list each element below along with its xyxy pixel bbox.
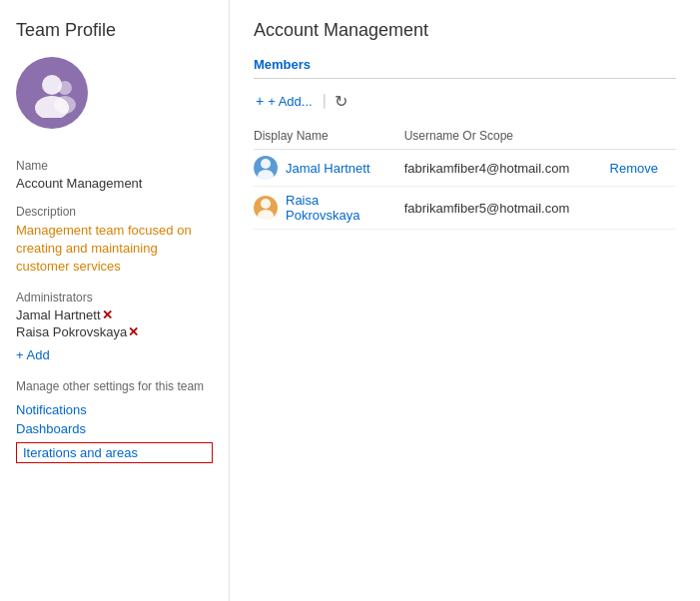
sidebar: Team Profile Name Account Management Des… [0, 0, 230, 601]
admin-item-0: Jamal Hartnett ✕ [16, 307, 213, 322]
sidebar-title: Team Profile [16, 20, 213, 41]
avatar-container [16, 57, 213, 129]
description-label: Description [16, 205, 213, 219]
member-avatar-icon-1 [254, 196, 278, 220]
svg-point-4 [261, 159, 271, 169]
description-value: Management team focused on creating and … [16, 222, 213, 277]
member-action-cell-1 [610, 187, 676, 230]
svg-point-2 [58, 81, 72, 95]
table-row: Jamal Hartnett fabrikamfiber4@hotmail.co… [254, 150, 676, 187]
member-display-cell-1: Raisa Pokrovskaya [254, 187, 404, 230]
members-table: Display Name Username Or Scope Jamal [254, 125, 676, 230]
iterations-areas-link[interactable]: Iterations and areas [16, 442, 213, 463]
member-name-cell-1: Raisa Pokrovskaya [254, 193, 396, 223]
svg-point-6 [261, 199, 271, 209]
remove-admin-0-button[interactable]: ✕ [102, 307, 113, 322]
col-username-header: Username Or Scope [404, 125, 610, 150]
member-avatar-0 [254, 156, 278, 180]
toolbar-divider: | [323, 92, 327, 110]
add-admin-link[interactable]: + Add [16, 347, 213, 362]
notifications-link[interactable]: Notifications [16, 402, 213, 417]
admin-name-1: Raisa Pokrovskaya [16, 324, 127, 339]
member-name-cell-0: Jamal Hartnett [254, 156, 396, 180]
dashboards-link[interactable]: Dashboards [16, 421, 213, 436]
remove-member-0-button[interactable]: Remove [610, 161, 658, 176]
member-name-1[interactable]: Raisa Pokrovskaya [286, 193, 396, 223]
team-avatar-icon [27, 68, 77, 118]
member-name-0[interactable]: Jamal Hartnett [286, 161, 370, 176]
admin-item-1: Raisa Pokrovskaya ✕ [16, 324, 213, 339]
member-avatar-1 [254, 196, 278, 220]
add-button-label: + Add... [268, 94, 312, 109]
members-toolbar: + + Add... | ↻ [254, 89, 676, 113]
team-avatar [16, 57, 88, 129]
refresh-icon: ↻ [335, 92, 348, 111]
member-display-cell-0: Jamal Hartnett [254, 150, 404, 187]
col-display-name-header: Display Name [254, 125, 404, 150]
main-content: Account Management Members + + Add... | … [230, 0, 700, 601]
member-avatar-icon-0 [254, 156, 278, 180]
member-username-cell-1: fabrikamfiber5@hotmail.com [404, 187, 610, 230]
members-section-header: Members [254, 57, 676, 72]
admin-name-0: Jamal Hartnett [16, 307, 101, 322]
svg-point-3 [54, 96, 76, 114]
table-row: Raisa Pokrovskaya fabrikamfiber5@hotmail… [254, 187, 676, 230]
svg-point-7 [258, 210, 274, 220]
add-member-button[interactable]: + + Add... [254, 89, 315, 113]
member-action-cell-0: Remove [610, 150, 676, 187]
name-value: Account Management [16, 176, 213, 191]
name-label: Name [16, 159, 213, 173]
svg-point-5 [258, 170, 274, 180]
page-title: Account Management [254, 20, 676, 41]
plus-icon: + [256, 93, 264, 109]
remove-admin-1-button[interactable]: ✕ [128, 324, 139, 339]
manage-label: Manage other settings for this team [16, 378, 213, 395]
member-username-cell-0: fabrikamfiber4@hotmail.com [404, 150, 610, 187]
administrators-label: Administrators [16, 291, 213, 304]
col-action-header [610, 125, 676, 150]
table-header-row: Display Name Username Or Scope [254, 125, 676, 150]
refresh-button[interactable]: ↻ [335, 92, 348, 111]
members-divider [254, 78, 676, 79]
